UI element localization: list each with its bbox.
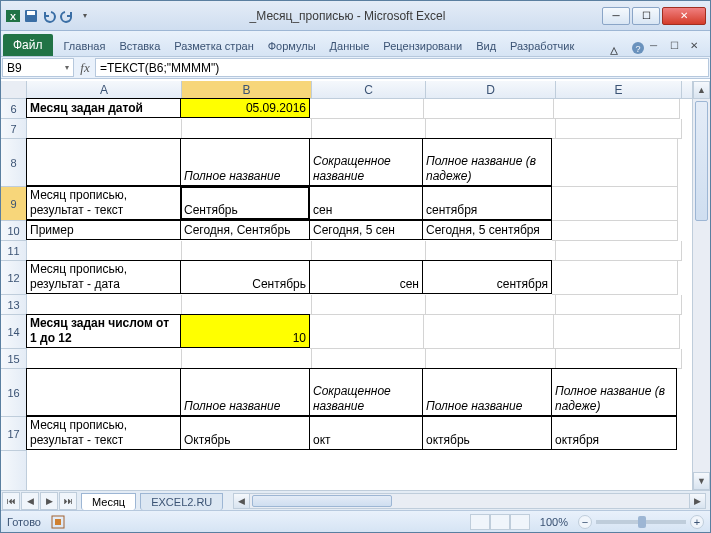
- col-header-C[interactable]: C: [312, 81, 426, 98]
- hscroll-thumb[interactable]: [252, 495, 392, 507]
- row-header-17[interactable]: 17: [1, 417, 26, 451]
- cell-B13[interactable]: [182, 295, 312, 315]
- cells-area[interactable]: Месяц задан датой05.09.2016Полное назван…: [27, 99, 692, 490]
- cell-D7[interactable]: [426, 119, 556, 139]
- row-header-9[interactable]: 9: [1, 187, 26, 221]
- hscroll-right-button[interactable]: ▶: [689, 494, 705, 508]
- scroll-thumb[interactable]: [695, 101, 708, 221]
- cell-A8[interactable]: [26, 138, 181, 186]
- cell-B12[interactable]: Сентябрь: [180, 260, 310, 294]
- zoom-slider[interactable]: − +: [578, 515, 704, 529]
- cell-E6[interactable]: [554, 99, 680, 119]
- cell-B9[interactable]: Сентябрь: [180, 186, 310, 220]
- cell-B14[interactable]: 10: [180, 314, 310, 348]
- zoom-knob[interactable]: [638, 516, 646, 528]
- cell-D10[interactable]: Сегодня, 5 сентября: [422, 220, 552, 240]
- scroll-down-button[interactable]: ▼: [693, 472, 710, 490]
- horizontal-scrollbar[interactable]: ◀ ▶: [233, 493, 706, 509]
- cell-D16[interactable]: Полное название: [422, 368, 552, 416]
- row-header-8[interactable]: 8: [1, 139, 26, 187]
- undo-icon[interactable]: [41, 8, 57, 24]
- cell-C9[interactable]: сен: [309, 186, 423, 220]
- cell-E9[interactable]: [552, 187, 678, 221]
- view-page-layout[interactable]: [490, 514, 510, 530]
- sheet-tab-2[interactable]: EXCEL2.RU: [140, 493, 223, 510]
- cell-C12[interactable]: сен: [309, 260, 423, 294]
- cell-E17[interactable]: октября: [551, 416, 677, 450]
- cell-D12[interactable]: сентября: [422, 260, 552, 294]
- cell-A12[interactable]: Месяц прописью, результат - дата: [26, 260, 181, 294]
- row-header-11[interactable]: 11: [1, 241, 26, 261]
- tab-home[interactable]: Главная: [57, 36, 113, 56]
- cell-D6[interactable]: [424, 99, 554, 119]
- cell-C13[interactable]: [312, 295, 426, 315]
- cell-C7[interactable]: [312, 119, 426, 139]
- save-icon[interactable]: [23, 8, 39, 24]
- cell-B17[interactable]: Октябрь: [180, 416, 310, 450]
- col-header-E[interactable]: E: [556, 81, 682, 98]
- cell-A16[interactable]: [26, 368, 181, 416]
- tab-nav-last[interactable]: ⏭: [59, 492, 77, 510]
- tab-formulas[interactable]: Формулы: [261, 36, 323, 56]
- cell-A15[interactable]: [27, 349, 182, 369]
- cell-A13[interactable]: [27, 295, 182, 315]
- cell-A11[interactable]: [27, 241, 182, 261]
- cell-C15[interactable]: [312, 349, 426, 369]
- hscroll-left-button[interactable]: ◀: [234, 494, 250, 508]
- cell-D11[interactable]: [426, 241, 556, 261]
- cell-E13[interactable]: [556, 295, 682, 315]
- row-header-13[interactable]: 13: [1, 295, 26, 315]
- cell-C8[interactable]: Сокращенное название: [309, 138, 423, 186]
- formula-input[interactable]: =ТЕКСТ(B6;"ММММ"): [95, 58, 709, 77]
- worksheet-grid[interactable]: ABCDE 67891011121314151617 Месяц задан д…: [1, 81, 692, 490]
- cell-B7[interactable]: [182, 119, 312, 139]
- tab-view[interactable]: Вид: [469, 36, 503, 56]
- name-box-dropdown-icon[interactable]: ▾: [65, 63, 69, 72]
- cell-E12[interactable]: [552, 261, 678, 295]
- zoom-in-button[interactable]: +: [690, 515, 704, 529]
- cell-E15[interactable]: [556, 349, 682, 369]
- cell-A10[interactable]: Пример: [26, 220, 181, 240]
- cell-D15[interactable]: [426, 349, 556, 369]
- minimize-ribbon-icon[interactable]: ▵: [610, 40, 626, 56]
- cell-C17[interactable]: окт: [309, 416, 423, 450]
- wb-restore-icon[interactable]: ☐: [670, 40, 686, 56]
- view-page-break[interactable]: [510, 514, 530, 530]
- cell-C10[interactable]: Сегодня, 5 сен: [309, 220, 423, 240]
- cell-B11[interactable]: [182, 241, 312, 261]
- row-header-10[interactable]: 10: [1, 221, 26, 241]
- cell-B15[interactable]: [182, 349, 312, 369]
- tab-developer[interactable]: Разработчик: [503, 36, 581, 56]
- vertical-scrollbar[interactable]: ▲ ▼: [692, 81, 710, 490]
- view-normal[interactable]: [470, 514, 490, 530]
- cell-A6[interactable]: Месяц задан датой: [26, 98, 181, 118]
- row-header-12[interactable]: 12: [1, 261, 26, 295]
- cell-C11[interactable]: [312, 241, 426, 261]
- cell-E14[interactable]: [554, 315, 680, 349]
- tab-nav-first[interactable]: ⏮: [2, 492, 20, 510]
- file-tab[interactable]: Файл: [3, 34, 53, 56]
- tab-page-layout[interactable]: Разметка стран: [167, 36, 260, 56]
- redo-icon[interactable]: [59, 8, 75, 24]
- col-header-A[interactable]: A: [27, 81, 182, 98]
- row-header-7[interactable]: 7: [1, 119, 26, 139]
- name-box[interactable]: B9 ▾: [2, 58, 74, 77]
- cell-E7[interactable]: [556, 119, 682, 139]
- cell-E8[interactable]: [552, 139, 678, 187]
- cell-D17[interactable]: октябрь: [422, 416, 552, 450]
- cell-A14[interactable]: Месяц задан числом от 1 до 12: [26, 314, 181, 348]
- qat-dropdown-icon[interactable]: ▾: [77, 8, 93, 24]
- tab-nav-next[interactable]: ▶: [40, 492, 58, 510]
- cell-B6[interactable]: 05.09.2016: [180, 98, 310, 118]
- row-header-15[interactable]: 15: [1, 349, 26, 369]
- row-header-6[interactable]: 6: [1, 99, 26, 119]
- cell-A17[interactable]: Месяц прописью, результат - текст: [26, 416, 181, 450]
- scroll-up-button[interactable]: ▲: [693, 81, 710, 99]
- tab-data[interactable]: Данные: [323, 36, 377, 56]
- col-header-B[interactable]: B: [182, 81, 312, 98]
- cell-B16[interactable]: Полное название: [180, 368, 310, 416]
- tab-review[interactable]: Рецензировани: [376, 36, 469, 56]
- cell-E16[interactable]: Полное название (в падеже): [551, 368, 677, 416]
- maximize-button[interactable]: ☐: [632, 7, 660, 25]
- cell-B8[interactable]: Полное название: [180, 138, 310, 186]
